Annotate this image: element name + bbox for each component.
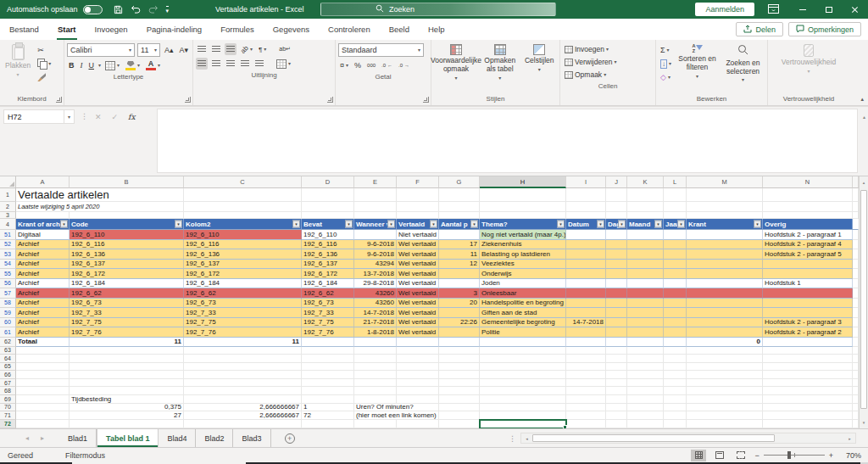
cell-N61[interactable]: Hoofdstuk 2 - paragraaf 2	[763, 327, 853, 338]
cell-stub4[interactable]	[853, 219, 859, 230]
cell-E69[interactable]	[354, 395, 397, 404]
cell-J63[interactable]	[606, 347, 627, 355]
cell-G51[interactable]	[439, 230, 480, 240]
orientation-button[interactable]: ab▾	[239, 43, 254, 55]
cell-K60[interactable]	[627, 318, 664, 328]
cell-G54[interactable]: 12	[439, 260, 480, 270]
cell-I51[interactable]	[566, 230, 606, 240]
cell-D58[interactable]: 192_6_73	[302, 299, 354, 309]
cell-A64[interactable]	[16, 355, 70, 363]
cell-H58[interactable]: Handelspolitie en begroting	[480, 299, 566, 309]
ribbon-tab-start[interactable]: Start	[48, 19, 86, 40]
cell-D69[interactable]	[302, 395, 354, 404]
column-header-J[interactable]: J	[606, 176, 627, 188]
cell-L63[interactable]	[664, 347, 687, 355]
sign-in-button[interactable]: Aanmelden	[695, 3, 754, 16]
find-select-button[interactable]: Zoeken en selecteren ▾	[721, 42, 765, 93]
cell-L69[interactable]	[664, 395, 687, 404]
decrease-indent-button[interactable]	[239, 58, 251, 70]
minimize-button[interactable]	[789, 0, 815, 19]
vertical-scrollbar[interactable]: ▴ ▾	[859, 176, 868, 428]
autosum-button[interactable]: Σ▾	[659, 44, 673, 56]
clear-button[interactable]: ◇▾	[659, 71, 673, 83]
cell-E64[interactable]	[354, 355, 397, 363]
cell-L53[interactable]	[664, 249, 687, 260]
cell-K51[interactable]	[627, 230, 664, 240]
cell-E52[interactable]: 9-6-2018	[354, 240, 397, 250]
fill-button[interactable]: ↓▾	[659, 58, 673, 70]
cell-C2[interactable]	[184, 202, 302, 212]
row-header-63[interactable]: 63	[0, 347, 16, 355]
cell-stub2[interactable]	[853, 202, 859, 212]
cell-D71[interactable]: 72	[302, 411, 354, 420]
cell-M3[interactable]	[687, 212, 763, 219]
cell-stub67[interactable]	[853, 379, 859, 388]
font-name-combo[interactable]: Calibri▾	[67, 43, 135, 57]
cell-D67[interactable]	[302, 379, 354, 388]
cell-G60[interactable]: 22:26	[439, 318, 480, 328]
cell-L51[interactable]	[664, 230, 687, 240]
ribbon-display-options-icon[interactable]	[768, 4, 779, 15]
cell-C55[interactable]: 192_6_172	[184, 269, 302, 279]
cell-I55[interactable]	[566, 269, 606, 279]
cell-J69[interactable]	[606, 395, 627, 404]
filter-button-L[interactable]: ▾	[677, 221, 685, 228]
cell-E56[interactable]: 29-8-2018	[354, 279, 397, 289]
cell-G57[interactable]: 3	[439, 288, 480, 299]
cell-N67[interactable]	[763, 379, 853, 388]
cell-G62[interactable]	[439, 338, 480, 347]
cell-J1[interactable]	[606, 188, 627, 202]
cell-K70[interactable]	[627, 404, 664, 412]
comma-style-button[interactable]: 000	[365, 59, 377, 71]
cell-D51[interactable]: 192_6_110	[302, 230, 354, 240]
cell-K62[interactable]	[627, 338, 664, 347]
cell-D1[interactable]	[302, 188, 354, 202]
cell-D64[interactable]	[302, 355, 354, 363]
cell-D3[interactable]	[302, 212, 354, 219]
cell-E62[interactable]	[354, 338, 397, 347]
cell-B63[interactable]	[70, 347, 184, 355]
cell-N69[interactable]	[763, 395, 853, 404]
cell-F65[interactable]	[397, 363, 439, 372]
cell-A52[interactable]: Archief	[16, 240, 70, 250]
cell-stub3[interactable]	[853, 212, 859, 219]
cell-E57[interactable]: 43260	[354, 288, 397, 299]
select-all-corner[interactable]	[0, 176, 16, 188]
insert-function-icon[interactable]: fx	[128, 113, 135, 121]
zoom-slider[interactable]	[764, 455, 825, 456]
cell-L62[interactable]	[664, 338, 687, 347]
cell-K63[interactable]	[627, 347, 664, 355]
cell-E51[interactable]	[354, 230, 397, 240]
cell-D53[interactable]: 192_6_136	[302, 249, 354, 260]
cell-A3[interactable]	[16, 212, 70, 219]
cell-K61[interactable]	[627, 327, 664, 338]
cell-A70[interactable]	[16, 404, 70, 412]
cell-B59[interactable]: 192_7_33	[70, 308, 184, 318]
cell-N60[interactable]: Hoofdstuk 2 - paragraaf 3	[763, 318, 853, 328]
cell-A56[interactable]: Archief	[16, 279, 70, 289]
cell-G72[interactable]	[439, 420, 480, 428]
cell-B66[interactable]	[70, 371, 184, 379]
cell-N72[interactable]	[763, 420, 853, 428]
cell-E72[interactable]	[354, 420, 397, 428]
cell-L55[interactable]	[664, 269, 687, 279]
cell-E61[interactable]: 1-8-2018	[354, 327, 397, 338]
cell-stub65[interactable]	[853, 363, 859, 372]
column-header-D[interactable]: D	[302, 176, 354, 188]
cell-N58[interactable]	[763, 299, 853, 309]
cell-J59[interactable]	[606, 308, 627, 318]
column-header-A[interactable]: A	[16, 176, 70, 188]
cell-B60[interactable]: 192_7_75	[70, 318, 184, 328]
cell-K58[interactable]	[627, 299, 664, 309]
cell-B72[interactable]	[70, 420, 184, 428]
cell-A71[interactable]	[16, 411, 70, 420]
cell-M54[interactable]	[687, 260, 763, 270]
cell-B3[interactable]	[70, 212, 184, 219]
customize-qat-icon[interactable]: ▾	[166, 6, 170, 14]
cell-B62[interactable]: 11	[70, 338, 184, 347]
cell-F2[interactable]	[397, 202, 439, 212]
cell-H52[interactable]: Ziekenenhuis	[480, 240, 566, 250]
cell-H59[interactable]: Giften aan de stad	[480, 308, 566, 318]
cell-F62[interactable]	[397, 338, 439, 347]
cell-B61[interactable]: 192_7_76	[70, 327, 184, 338]
